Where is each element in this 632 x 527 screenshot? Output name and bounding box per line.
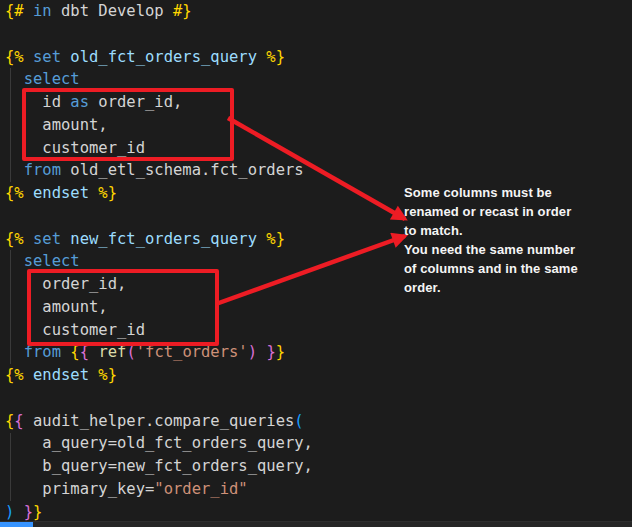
code-line: {% endset %} <box>5 182 313 205</box>
code-token: old_etl_schema.fct_orders <box>61 161 304 179</box>
code-token: from <box>24 161 61 179</box>
code-line: customer_id <box>5 319 313 342</box>
code-token: endset <box>33 184 89 202</box>
code-token: { <box>80 343 89 361</box>
code-token: old_fct_orders_query <box>70 48 257 66</box>
code-token: select <box>24 252 80 270</box>
code-token <box>5 161 24 179</box>
code-token <box>61 230 70 248</box>
code-token: %} <box>98 366 117 384</box>
code-token: a_query=old_fct_orders_query, <box>5 434 313 452</box>
code-token: 'fct_orders' <box>136 343 248 361</box>
code-token: amount, <box>5 116 108 134</box>
code-editor[interactable]: {# in dbt Develop #}{% set old_fct_order… <box>0 0 632 527</box>
code-token: customer_id <box>5 321 145 339</box>
scrollbar-thumb[interactable] <box>0 522 33 527</box>
code-token: } <box>266 343 275 361</box>
code-token <box>89 343 98 361</box>
code-text[interactable]: {# in dbt Develop #}{% set old_fct_order… <box>5 0 313 523</box>
callout-note-line: of columns and in the same <box>404 259 578 278</box>
code-token: {# <box>5 2 33 20</box>
code-line <box>5 205 313 228</box>
code-line: customer_id <box>5 137 313 160</box>
code-token <box>257 48 266 66</box>
code-token: { <box>14 412 23 430</box>
code-line: {# in dbt Develop #} <box>5 0 313 23</box>
code-token: ( <box>126 343 135 361</box>
code-line: {% set new_fct_orders_query %} <box>5 228 313 251</box>
code-token: { <box>70 343 79 361</box>
code-token: audit_helper.compare_queries <box>24 412 295 430</box>
code-token: {% <box>5 230 33 248</box>
code-token <box>5 252 24 270</box>
code-line: primary_key="order_id" <box>5 478 313 501</box>
code-token: { <box>5 412 14 430</box>
code-token: dbt Develop <box>52 2 173 20</box>
code-token: ref <box>98 343 126 361</box>
code-token: ( <box>294 412 303 430</box>
code-line <box>5 23 313 46</box>
code-line: {% set old_fct_orders_query %} <box>5 46 313 69</box>
code-line <box>5 387 313 410</box>
code-token: endset <box>33 366 89 384</box>
code-token: set <box>33 48 61 66</box>
code-token: } <box>276 343 285 361</box>
code-token: b_query=new_fct_orders_query, <box>5 457 313 475</box>
code-line: ) }} <box>5 501 313 524</box>
code-token: ) <box>5 503 14 521</box>
code-token: {% <box>5 366 33 384</box>
code-token: set <box>33 230 61 248</box>
code-token: in <box>33 2 52 20</box>
code-token <box>257 343 266 361</box>
horizontal-scrollbar[interactable] <box>0 521 632 527</box>
callout-note-line: order. <box>404 278 578 297</box>
code-line: amount, <box>5 296 313 319</box>
code-token: new_fct_orders_query <box>70 230 257 248</box>
code-line: {% endset %} <box>5 364 313 387</box>
code-line: select <box>5 68 313 91</box>
code-token <box>257 230 266 248</box>
code-token: } <box>33 503 42 521</box>
code-line: {{ audit_helper.compare_queries( <box>5 410 313 433</box>
callout-note-line: to match. <box>404 221 578 240</box>
code-token <box>14 503 23 521</box>
code-line: from old_etl_schema.fct_orders <box>5 159 313 182</box>
code-token <box>61 48 70 66</box>
code-token: %} <box>266 230 285 248</box>
code-line: order_id, <box>5 273 313 296</box>
code-token <box>61 343 70 361</box>
code-token: "order_id" <box>154 480 247 498</box>
code-line: from {{ ref('fct_orders') }} <box>5 341 313 364</box>
code-token <box>5 70 24 88</box>
code-token: {% <box>5 48 33 66</box>
code-line: a_query=old_fct_orders_query, <box>5 432 313 455</box>
code-token: } <box>24 503 33 521</box>
code-token <box>5 343 24 361</box>
code-token: %} <box>266 48 285 66</box>
code-token: customer_id <box>5 139 145 157</box>
code-token: {% <box>5 184 33 202</box>
callout-note-line: Some columns must be <box>404 183 578 202</box>
code-token: amount, <box>5 298 108 316</box>
code-line: b_query=new_fct_orders_query, <box>5 455 313 478</box>
code-token: ) <box>248 343 257 361</box>
code-token: #} <box>173 2 192 20</box>
code-line: id as order_id, <box>5 91 313 114</box>
code-token: select <box>24 70 80 88</box>
code-token: order_id, <box>5 275 126 293</box>
code-line: amount, <box>5 114 313 137</box>
callout-note-line: renamed or recast in order <box>404 202 578 221</box>
code-token: order_id, <box>89 93 182 111</box>
code-token: id <box>5 93 70 111</box>
callout-note-line: You need the same number <box>404 240 578 259</box>
code-token <box>89 366 98 384</box>
code-token: from <box>24 343 61 361</box>
code-line: select <box>5 250 313 273</box>
code-token <box>89 184 98 202</box>
code-token: primary_key= <box>5 480 154 498</box>
code-token: as <box>70 93 89 111</box>
callout-note: Some columns must berenamed or recast in… <box>404 183 578 297</box>
code-token: %} <box>98 184 117 202</box>
